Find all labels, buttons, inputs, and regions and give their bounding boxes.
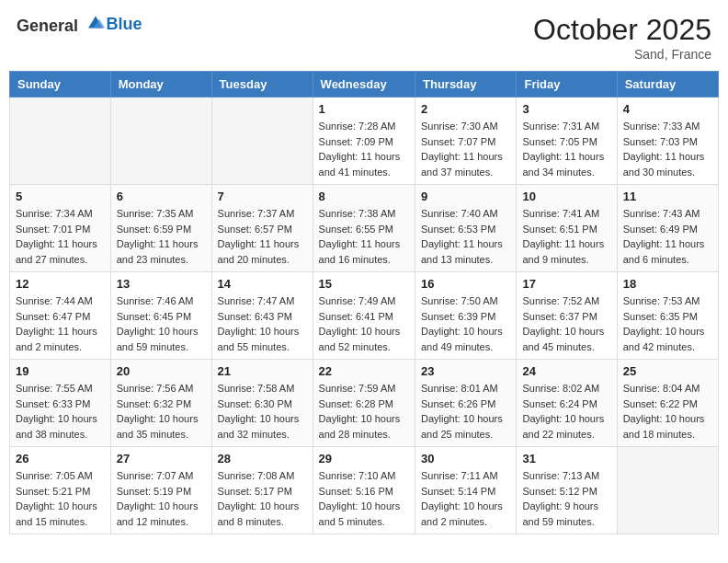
calendar-day-cell: 27Sunrise: 7:07 AMSunset: 5:19 PMDayligh… — [110, 447, 211, 534]
day-number: 28 — [218, 452, 307, 465]
calendar-day-cell: 10Sunrise: 7:41 AMSunset: 6:51 PMDayligh… — [517, 185, 617, 272]
day-info: Sunrise: 7:41 AMSunset: 6:51 PMDaylight:… — [522, 206, 610, 267]
day-number: 31 — [522, 452, 610, 465]
calendar-week-row: 19Sunrise: 7:55 AMSunset: 6:33 PMDayligh… — [10, 360, 719, 447]
day-number: 15 — [319, 277, 409, 291]
page-header: General Blue October 2025 Sand, France — [9, 9, 719, 65]
calendar-day-cell: 22Sunrise: 7:59 AMSunset: 6:28 PMDayligh… — [313, 360, 415, 447]
day-number: 26 — [16, 452, 105, 465]
day-info: Sunrise: 7:05 AMSunset: 5:21 PMDaylight:… — [16, 468, 105, 529]
weekday-header-cell: Sunday — [10, 72, 111, 98]
day-info: Sunrise: 7:47 AMSunset: 6:43 PMDaylight:… — [218, 293, 307, 354]
calendar-day-cell: 25Sunrise: 8:04 AMSunset: 6:22 PMDayligh… — [617, 360, 718, 447]
day-number: 23 — [421, 364, 510, 378]
calendar-day-cell: 2Sunrise: 7:30 AMSunset: 7:07 PMDaylight… — [415, 98, 517, 185]
title-block: October 2025 Sand, France — [533, 13, 711, 62]
day-number: 21 — [218, 364, 307, 378]
day-info: Sunrise: 7:34 AMSunset: 7:01 PMDaylight:… — [16, 206, 105, 267]
calendar-day-cell — [211, 98, 313, 185]
weekday-header-cell: Friday — [517, 72, 617, 98]
calendar-day-cell: 28Sunrise: 7:08 AMSunset: 5:17 PMDayligh… — [211, 447, 313, 534]
day-info: Sunrise: 7:31 AMSunset: 7:05 PMDaylight:… — [522, 119, 610, 179]
logo-general: General — [17, 17, 78, 35]
day-number: 3 — [522, 102, 610, 116]
day-number: 22 — [319, 364, 409, 378]
day-number: 16 — [421, 277, 510, 291]
day-number: 8 — [319, 190, 409, 203]
day-info: Sunrise: 7:59 AMSunset: 6:28 PMDaylight:… — [319, 381, 409, 442]
calendar-week-row: 5Sunrise: 7:34 AMSunset: 7:01 PMDaylight… — [10, 185, 719, 272]
day-number: 18 — [623, 277, 712, 291]
day-info: Sunrise: 7:10 AMSunset: 5:16 PMDaylight:… — [319, 468, 409, 529]
day-number: 17 — [522, 277, 610, 291]
day-info: Sunrise: 7:11 AMSunset: 5:14 PMDaylight:… — [421, 468, 510, 529]
weekday-header-cell: Wednesday — [313, 72, 415, 98]
calendar-day-cell: 1Sunrise: 7:28 AMSunset: 7:09 PMDaylight… — [313, 98, 415, 185]
day-info: Sunrise: 7:33 AMSunset: 7:03 PMDaylight:… — [623, 119, 712, 179]
day-info: Sunrise: 7:49 AMSunset: 6:41 PMDaylight:… — [319, 293, 409, 354]
calendar-week-row: 1Sunrise: 7:28 AMSunset: 7:09 PMDaylight… — [10, 98, 719, 185]
day-info: Sunrise: 7:40 AMSunset: 6:53 PMDaylight:… — [421, 206, 510, 267]
day-number: 27 — [117, 452, 206, 465]
logo: General Blue — [17, 13, 142, 36]
day-info: Sunrise: 8:01 AMSunset: 6:26 PMDaylight:… — [421, 381, 510, 442]
calendar-day-cell: 15Sunrise: 7:49 AMSunset: 6:41 PMDayligh… — [313, 272, 415, 360]
day-info: Sunrise: 7:13 AMSunset: 5:12 PMDaylight:… — [522, 468, 610, 529]
day-info: Sunrise: 7:44 AMSunset: 6:47 PMDaylight:… — [16, 293, 105, 354]
day-number: 20 — [117, 364, 206, 378]
calendar-day-cell: 23Sunrise: 8:01 AMSunset: 6:26 PMDayligh… — [415, 360, 517, 447]
day-number: 13 — [117, 277, 206, 291]
calendar-day-cell — [110, 98, 211, 185]
day-number: 7 — [218, 190, 307, 203]
calendar-day-cell: 31Sunrise: 7:13 AMSunset: 5:12 PMDayligh… — [517, 447, 617, 534]
day-info: Sunrise: 7:37 AMSunset: 6:57 PMDaylight:… — [218, 206, 307, 267]
calendar-day-cell: 24Sunrise: 8:02 AMSunset: 6:24 PMDayligh… — [517, 360, 617, 447]
day-number: 5 — [16, 190, 105, 203]
day-info: Sunrise: 7:52 AMSunset: 6:37 PMDaylight:… — [522, 293, 610, 354]
calendar-day-cell: 16Sunrise: 7:50 AMSunset: 6:39 PMDayligh… — [415, 272, 517, 360]
calendar-day-cell: 4Sunrise: 7:33 AMSunset: 7:03 PMDaylight… — [617, 98, 718, 185]
location: Sand, France — [533, 47, 711, 62]
day-number: 10 — [522, 190, 610, 203]
weekday-header-row: SundayMondayTuesdayWednesdayThursdayFrid… — [10, 72, 719, 98]
calendar-day-cell: 20Sunrise: 7:56 AMSunset: 6:32 PMDayligh… — [110, 360, 211, 447]
day-number: 11 — [623, 190, 712, 203]
calendar-day-cell: 8Sunrise: 7:38 AMSunset: 6:55 PMDaylight… — [313, 185, 415, 272]
month-title: October 2025 — [533, 13, 711, 47]
calendar-day-cell: 14Sunrise: 7:47 AMSunset: 6:43 PMDayligh… — [211, 272, 313, 360]
day-number: 30 — [421, 452, 510, 465]
day-number: 9 — [421, 190, 510, 203]
day-number: 24 — [522, 364, 610, 378]
calendar-day-cell: 6Sunrise: 7:35 AMSunset: 6:59 PMDaylight… — [110, 185, 211, 272]
day-info: Sunrise: 7:55 AMSunset: 6:33 PMDaylight:… — [16, 381, 105, 442]
calendar-week-row: 12Sunrise: 7:44 AMSunset: 6:47 PMDayligh… — [10, 272, 719, 360]
calendar-day-cell: 5Sunrise: 7:34 AMSunset: 7:01 PMDaylight… — [10, 185, 111, 272]
day-number: 12 — [16, 277, 105, 291]
calendar: SundayMondayTuesdayWednesdayThursdayFrid… — [9, 71, 719, 534]
weekday-header-cell: Thursday — [415, 72, 517, 98]
day-number: 14 — [218, 277, 307, 291]
day-number: 19 — [16, 364, 105, 378]
day-info: Sunrise: 7:56 AMSunset: 6:32 PMDaylight:… — [117, 381, 206, 442]
day-info: Sunrise: 7:07 AMSunset: 5:19 PMDaylight:… — [117, 468, 206, 529]
calendar-day-cell — [617, 447, 718, 534]
calendar-day-cell: 26Sunrise: 7:05 AMSunset: 5:21 PMDayligh… — [10, 447, 111, 534]
day-number: 25 — [623, 364, 712, 378]
day-info: Sunrise: 7:50 AMSunset: 6:39 PMDaylight:… — [421, 293, 510, 354]
day-number: 29 — [319, 452, 409, 465]
calendar-day-cell: 18Sunrise: 7:53 AMSunset: 6:35 PMDayligh… — [617, 272, 718, 360]
day-info: Sunrise: 7:35 AMSunset: 6:59 PMDaylight:… — [117, 206, 206, 267]
day-info: Sunrise: 7:53 AMSunset: 6:35 PMDaylight:… — [623, 293, 712, 354]
calendar-day-cell: 9Sunrise: 7:40 AMSunset: 6:53 PMDaylight… — [415, 185, 517, 272]
day-info: Sunrise: 7:43 AMSunset: 6:49 PMDaylight:… — [623, 206, 712, 267]
day-number: 1 — [319, 102, 409, 116]
day-info: Sunrise: 8:04 AMSunset: 6:22 PMDaylight:… — [623, 381, 712, 442]
day-number: 6 — [117, 190, 206, 203]
day-info: Sunrise: 7:28 AMSunset: 7:09 PMDaylight:… — [319, 119, 409, 179]
calendar-day-cell: 21Sunrise: 7:58 AMSunset: 6:30 PMDayligh… — [211, 360, 313, 447]
logo-blue: Blue — [107, 15, 142, 33]
logo-icon — [85, 13, 107, 31]
calendar-day-cell — [10, 98, 111, 185]
calendar-day-cell: 19Sunrise: 7:55 AMSunset: 6:33 PMDayligh… — [10, 360, 111, 447]
calendar-day-cell: 17Sunrise: 7:52 AMSunset: 6:37 PMDayligh… — [517, 272, 617, 360]
